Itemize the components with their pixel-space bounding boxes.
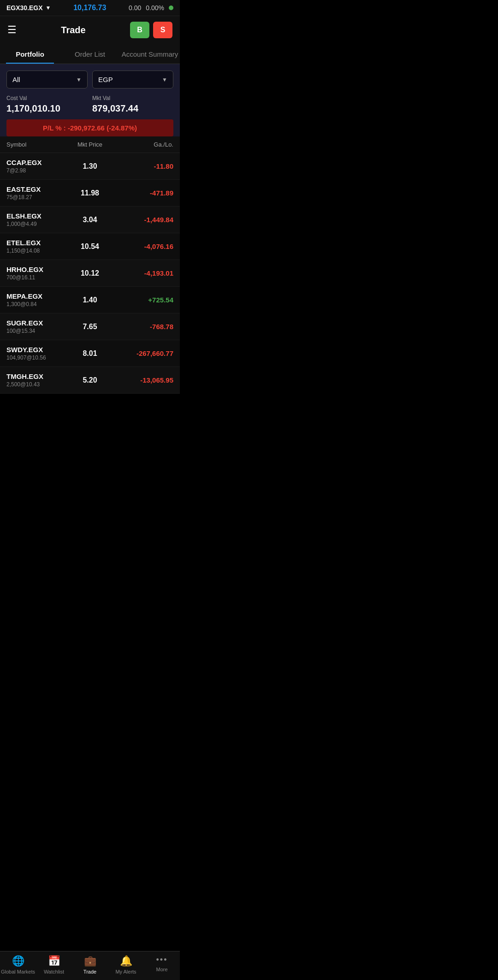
tab-order-list[interactable]: Order List: [60, 44, 120, 64]
table-row[interactable]: SWDY.EGX 104,907@10.56 8.01 -267,660.77: [0, 340, 180, 367]
symbol-selector[interactable]: EGX30.EGX ▼: [6, 4, 51, 12]
table-row[interactable]: MEPA.EGX 1,300@0.84 1.40 +725.54: [0, 287, 180, 313]
row-symbol: CCAP.EGX: [6, 159, 62, 166]
row-symbol: SWDY.EGX: [6, 346, 62, 354]
row-symbol: TMGH.EGX: [6, 372, 62, 380]
filter-all-value: All: [12, 76, 20, 83]
col-mkt-price: Mkt Price: [62, 141, 118, 148]
row-symbol: EAST.EGX: [6, 185, 62, 193]
row-symbol: ETEL.EGX: [6, 239, 62, 247]
row-sub: 1,300@0.84: [6, 301, 62, 307]
row-gain: -1,449.84: [118, 216, 173, 224]
row-symbol: SUGR.EGX: [6, 319, 62, 327]
col-gain-loss: Ga./Lo.: [118, 141, 173, 148]
row-sub: 7@2.98: [6, 167, 62, 174]
tab-bar: Portfolio Order List Account Summary: [0, 44, 180, 64]
cost-val-label: Cost Val: [6, 95, 88, 101]
symbol-label: EGX30.EGX: [6, 4, 43, 12]
filter-all-chevron-icon: ▼: [76, 77, 82, 83]
row-price: 10.54: [62, 242, 118, 251]
row-symbol: HRHO.EGX: [6, 266, 62, 273]
filter-currency-chevron-icon: ▼: [162, 77, 167, 83]
row-gain: -267,660.77: [118, 349, 173, 357]
row-gain: -4,193.01: [118, 269, 173, 277]
cost-val-col: Cost Val 1,170,010.10: [6, 95, 88, 114]
header: ☰ Trade B S: [0, 16, 180, 44]
row-price: 11.98: [62, 189, 118, 197]
pl-value: -290,972.66 (-24.87%): [68, 124, 137, 132]
change-percent: 0.00%: [146, 4, 164, 12]
row-gain: +725.54: [118, 296, 173, 304]
top-bar: EGX30.EGX ▼ 10,176.73 0.00 0.00%: [0, 0, 180, 16]
index-price: 10,176.73: [73, 4, 106, 12]
table-row[interactable]: TMGH.EGX 2,500@10.43 5.20 -13,065.95: [0, 367, 180, 394]
page-title: Trade: [61, 25, 85, 35]
row-sub: 100@15.34: [6, 328, 62, 334]
row-sub: 700@16.11: [6, 274, 62, 281]
col-symbol: Symbol: [6, 141, 62, 148]
row-price: 7.65: [62, 323, 118, 331]
table-row[interactable]: HRHO.EGX 700@16.11 10.12 -4,193.01: [0, 260, 180, 287]
row-price: 8.01: [62, 349, 118, 358]
top-bar-right: 0.00 0.00%: [129, 4, 173, 12]
table-row[interactable]: EAST.EGX 75@18.27 11.98 -471.89: [0, 180, 180, 207]
row-gain: -768.78: [118, 323, 173, 331]
filter-currency-select[interactable]: EGP ▼: [92, 71, 173, 89]
portfolio-table: CCAP.EGX 7@2.98 1.30 -11.80 EAST.EGX 75@…: [0, 153, 180, 394]
row-gain: -11.80: [118, 162, 173, 170]
table-row[interactable]: ELSH.EGX 1,000@4.49 3.04 -1,449.84: [0, 207, 180, 233]
row-sub: 2,500@10.43: [6, 381, 62, 388]
menu-icon[interactable]: ☰: [7, 24, 17, 36]
row-symbol: MEPA.EGX: [6, 292, 62, 300]
tab-portfolio[interactable]: Portfolio: [0, 44, 60, 64]
trade-buttons: B S: [130, 22, 172, 38]
row-price: 1.40: [62, 296, 118, 304]
table-row[interactable]: CCAP.EGX 7@2.98 1.30 -11.80: [0, 153, 180, 180]
table-row[interactable]: ETEL.EGX 1,150@14.08 10.54 -4,076.16: [0, 233, 180, 260]
filter-row: All ▼ EGP ▼: [6, 71, 173, 89]
change-value: 0.00: [129, 4, 141, 12]
pl-bar: P/L % : -290,972.66 (-24.87%): [6, 119, 173, 136]
table-row[interactable]: SUGR.EGX 100@15.34 7.65 -768.78: [0, 313, 180, 340]
row-price: 1.30: [62, 162, 118, 171]
row-gain: -471.89: [118, 189, 173, 197]
summary-row: Cost Val 1,170,010.10 Mkt Val 879,037.44: [6, 95, 173, 114]
cost-val-value: 1,170,010.10: [6, 103, 88, 114]
filter-currency-value: EGP: [98, 76, 113, 83]
symbol-chevron-icon: ▼: [46, 5, 51, 11]
mkt-val-value: 879,037.44: [92, 103, 173, 114]
table-header: Symbol Mkt Price Ga./Lo.: [0, 136, 180, 153]
connection-status-icon: [169, 6, 173, 10]
mkt-val-label: Mkt Val: [92, 95, 173, 101]
tab-account-summary[interactable]: Account Summary: [120, 44, 180, 64]
row-sub: 104,907@10.56: [6, 354, 62, 361]
sell-button[interactable]: S: [153, 22, 172, 38]
mkt-val-col: Mkt Val 879,037.44: [92, 95, 173, 114]
filter-all-select[interactable]: All ▼: [6, 71, 88, 89]
buy-button[interactable]: B: [130, 22, 149, 38]
row-symbol: ELSH.EGX: [6, 212, 62, 220]
portfolio-section: All ▼ EGP ▼ Cost Val 1,170,010.10 Mkt Va…: [0, 64, 180, 136]
row-sub: 1,150@14.08: [6, 248, 62, 254]
row-sub: 1,000@4.49: [6, 221, 62, 227]
row-price: 5.20: [62, 376, 118, 384]
row-sub: 75@18.27: [6, 194, 62, 201]
row-gain: -4,076.16: [118, 242, 173, 250]
row-price: 3.04: [62, 216, 118, 224]
pl-label: P/L % :: [43, 124, 66, 132]
row-gain: -13,065.95: [118, 376, 173, 384]
row-price: 10.12: [62, 269, 118, 277]
